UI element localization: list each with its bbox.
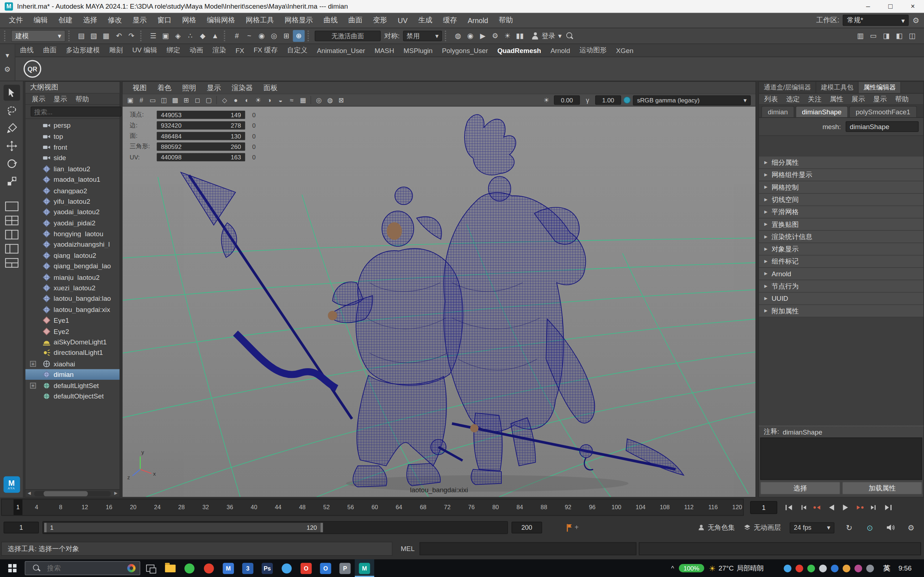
- outliner-item-directionallight1[interactable]: directionalLight1: [25, 348, 120, 358]
- file-explorer-app[interactable]: [160, 559, 180, 577]
- language-indicator[interactable]: 英: [884, 564, 890, 572]
- volume-icon[interactable]: [885, 522, 897, 534]
- outliner-item-xuezi-laotou2[interactable]: xuezi_laotou2: [25, 282, 120, 293]
- tray-icon-1[interactable]: [784, 564, 792, 572]
- viewport-menu-2[interactable]: 照明: [177, 82, 202, 93]
- ae-section-item[interactable]: ▶组件标记: [759, 256, 924, 268]
- shelf-options-gear-icon[interactable]: ⚙: [2, 63, 13, 76]
- red-o-app[interactable]: O: [296, 559, 316, 577]
- animation-layer-dropdown[interactable]: 无动画层: [743, 523, 781, 532]
- expander-icon[interactable]: +: [30, 361, 36, 366]
- ae-section-item[interactable]: ▶对象显示: [759, 243, 924, 255]
- ae-button-0[interactable]: 选择: [760, 482, 840, 495]
- animation-end-field[interactable]: 200: [512, 522, 542, 534]
- outliner-item-aiskydomelight1[interactable]: aiSkyDomeLight1: [25, 337, 120, 348]
- shelf-tab-options-icon[interactable]: ▾: [2, 49, 13, 61]
- toolbar-separator[interactable]: [445, 31, 449, 41]
- outliner-menu-1[interactable]: 显示: [50, 95, 71, 103]
- menu-item-2[interactable]: 创建: [53, 15, 78, 25]
- mask-edges-icon[interactable]: ◆: [197, 30, 208, 42]
- shelf-tab-animation-user[interactable]: Animation_User: [312, 47, 370, 54]
- taskbar-search[interactable]: [25, 561, 141, 575]
- ae-section-item[interactable]: ▶渲染统计信息: [759, 231, 924, 243]
- outliner-item-front[interactable]: front: [25, 142, 120, 153]
- shelf-tab-item[interactable]: 绑定: [162, 46, 185, 55]
- outliner-item-yaodai-laotou2[interactable]: yaodai_laotou2: [25, 206, 120, 218]
- tray-expand-icon[interactable]: ^: [671, 565, 674, 572]
- x-ray-icon[interactable]: ◍: [325, 95, 335, 105]
- ipr-render-icon[interactable]: ◉: [465, 30, 477, 42]
- resolution-gate-icon[interactable]: ◫: [158, 95, 169, 105]
- ae-section-item[interactable]: ▶网格组件显示: [759, 169, 924, 181]
- select-camera-icon[interactable]: ▣: [125, 95, 135, 105]
- exposure-field[interactable]: 0.00: [554, 95, 580, 105]
- ae-menu-4[interactable]: 展示: [848, 95, 869, 103]
- menu-item-0[interactable]: 文件: [3, 15, 29, 25]
- safe-action-icon[interactable]: ◻: [192, 95, 202, 105]
- viewport-menu-5[interactable]: 面板: [258, 82, 283, 93]
- close-button[interactable]: ×: [901, 0, 924, 12]
- panel-tab-item[interactable]: 通道盒/层编辑器: [759, 82, 816, 93]
- workspace-gear-icon[interactable]: ⚙: [913, 16, 919, 24]
- outliner-item-mianju-laotou2[interactable]: mianju_laotou2: [25, 272, 120, 282]
- isolate-select-icon[interactable]: ◎: [313, 95, 324, 105]
- expander-icon[interactable]: +: [30, 383, 36, 388]
- tray-icon-6[interactable]: [843, 564, 850, 572]
- menu-item-3[interactable]: 选择: [78, 15, 103, 25]
- move-tool[interactable]: [3, 138, 20, 154]
- scale-tool[interactable]: [3, 173, 20, 189]
- undo-icon[interactable]: ↶: [113, 30, 125, 42]
- mesh-name-field[interactable]: dimianShape: [846, 121, 919, 132]
- step-forward-frame-button[interactable]: [867, 501, 880, 514]
- outliner-item-laotou-bangdai-xix[interactable]: laotou_bangdai:xix: [25, 304, 120, 315]
- shelf-tab-item[interactable]: 运动图形: [575, 46, 611, 55]
- menu-item-4[interactable]: 修改: [102, 15, 128, 25]
- outliner-item-xiaohai[interactable]: +xiaohai: [25, 358, 120, 369]
- ae-menu-1[interactable]: 选定: [782, 95, 804, 103]
- weather-widget[interactable]: ☀ 27°C 局部晴朗: [709, 564, 764, 572]
- scroll-left-icon[interactable]: ◀: [25, 491, 33, 496]
- workspace-dropdown[interactable]: 常规* ▾: [843, 15, 909, 26]
- viewport-menu-0[interactable]: 视图: [128, 82, 152, 93]
- rotate-tool[interactable]: [3, 155, 20, 171]
- go-to-start-button[interactable]: [782, 501, 795, 514]
- ae-menu-6[interactable]: 帮助: [891, 95, 913, 103]
- maximize-button[interactable]: □: [879, 0, 901, 12]
- minimize-button[interactable]: –: [857, 0, 879, 12]
- outliner-item-yaodai-pidai2[interactable]: yaodai_pidai2: [25, 218, 120, 228]
- save-scene-icon[interactable]: ▦: [100, 30, 112, 42]
- taskbar-search-input[interactable]: [47, 565, 124, 572]
- tray-icon-5[interactable]: [831, 564, 838, 572]
- render-sequence-icon[interactable]: ▶: [477, 30, 489, 42]
- red-circle-app[interactable]: [199, 559, 219, 577]
- ae-menu-5[interactable]: 显示: [869, 95, 891, 103]
- menu-item-5[interactable]: 显示: [128, 15, 152, 25]
- menu-item-8[interactable]: 编辑网格: [201, 15, 241, 25]
- paint-selection-tool[interactable]: [3, 120, 20, 136]
- shaded-icon[interactable]: ●: [230, 95, 241, 105]
- ae-button-1[interactable]: 加载属性: [842, 482, 922, 495]
- open-scene-icon[interactable]: ▧: [88, 30, 100, 42]
- shelf-tab-msplugin[interactable]: MSPlugin: [399, 47, 437, 54]
- viewport-canvas[interactable]: 顶点:4490531490边:9324202780面:4864841300三角形…: [123, 107, 756, 497]
- tray-icon-3[interactable]: [808, 564, 815, 572]
- outliner-item-eye1[interactable]: Eye1: [25, 315, 120, 326]
- playback-loop-icon[interactable]: ↻: [843, 522, 855, 534]
- grid-icon[interactable]: #: [136, 95, 147, 105]
- film-gate-icon[interactable]: ▭: [147, 95, 158, 105]
- snap-to-points-icon[interactable]: ◉: [256, 30, 268, 42]
- tray-icon-7[interactable]: [855, 564, 862, 572]
- menu-item-6[interactable]: 窗口: [152, 15, 177, 25]
- ae-section-item[interactable]: ▶切线空间: [759, 193, 924, 206]
- outliner-item-lian-laotou2[interactable]: lian_laotou2: [25, 163, 120, 174]
- ae-menu-0[interactable]: 列表: [760, 95, 782, 103]
- custom-pane-layout[interactable]: [3, 257, 20, 269]
- outliner-item-yaodaizhuangshi-l[interactable]: yaodaizhuangshi_l: [25, 239, 120, 250]
- outliner-horizontal-scrollbar[interactable]: ◀ ▶: [25, 489, 120, 497]
- render-settings-icon[interactable]: ⚙: [489, 30, 501, 42]
- snap-to-view-planes-icon[interactable]: ⊞: [281, 30, 292, 42]
- menu-item-14[interactable]: UV: [393, 16, 413, 24]
- active-surface-field[interactable]: 无激活曲面: [315, 31, 381, 41]
- scroll-right-icon[interactable]: ▶: [112, 491, 120, 496]
- menu-item-17[interactable]: Arnold: [462, 16, 493, 24]
